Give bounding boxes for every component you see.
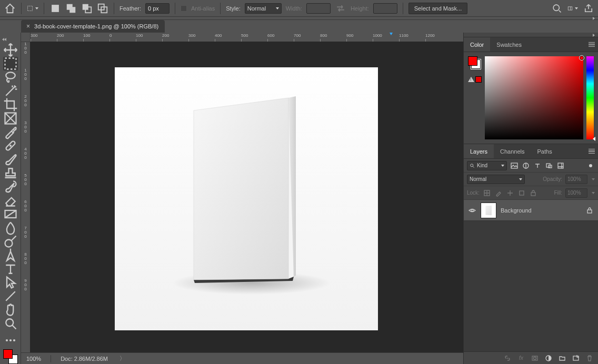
magic-wand-tool[interactable] (3, 84, 18, 98)
layer-item[interactable]: Background (464, 200, 598, 221)
layer-visibility-toggle[interactable] (468, 206, 476, 215)
selection-intersect-button[interactable] (97, 3, 108, 14)
tab-swatches-label: Swatches (496, 42, 522, 48)
tab-close-button[interactable]: × (26, 23, 30, 30)
blur-tool[interactable] (3, 221, 18, 235)
filter-type-icon[interactable] (533, 161, 542, 170)
type-tool[interactable] (3, 262, 18, 276)
doc-info[interactable]: Doc: 2.86M/2.86M (61, 356, 108, 362)
color-panel-menu[interactable] (585, 37, 598, 52)
selection-subtract-button[interactable] (81, 3, 93, 14)
closest-color-swatch[interactable] (475, 76, 482, 83)
color-swatches[interactable] (3, 349, 18, 364)
brush-small-icon (495, 189, 502, 197)
svg-rect-9 (568, 6, 572, 9)
svg-point-17 (6, 319, 13, 326)
mask-icon (531, 355, 539, 362)
collapse-arrow[interactable] (2, 36, 6, 42)
layer-name[interactable]: Background (501, 207, 532, 214)
tab-paths[interactable]: Paths (531, 144, 559, 158)
blend-mode-select[interactable]: Normal (467, 175, 525, 184)
expand-arrow[interactable] (590, 17, 595, 20)
workspace-button[interactable] (567, 3, 578, 14)
ruler-corner[interactable] (21, 33, 31, 42)
ruler-h-tick: 0 (109, 33, 112, 42)
healing-tool[interactable] (3, 139, 18, 153)
brush-tool[interactable] (3, 153, 18, 166)
hue-marker[interactable] (593, 137, 595, 141)
frame-tool[interactable] (3, 112, 18, 125)
marquee-tool[interactable] (3, 57, 18, 70)
selection-add-button[interactable] (65, 3, 77, 14)
circle-half-icon (545, 355, 552, 362)
panel-foreground-color[interactable] (468, 56, 477, 66)
edit-toolbar-button[interactable] (3, 333, 18, 347)
path-select-tool[interactable] (3, 276, 18, 289)
line-tool[interactable] (3, 289, 18, 303)
stamp-tool[interactable] (3, 166, 18, 180)
viewport[interactable] (31, 42, 463, 352)
style-select[interactable]: Normal (245, 3, 282, 14)
ruler-h-tick: 1100 (399, 33, 408, 42)
selection-new-button[interactable] (49, 3, 61, 14)
feather-input[interactable] (145, 3, 170, 14)
width-label: Width: (286, 5, 302, 12)
layer-lock-indicator[interactable] (585, 206, 594, 215)
filter-shape-icon[interactable] (545, 161, 553, 170)
select-and-mask-button[interactable]: Select and Mask... (408, 3, 468, 14)
ruler-horizontal[interactable]: 3002001000100200300400500600700800900100… (21, 33, 463, 42)
color-field[interactable] (485, 56, 583, 139)
layer-thumbnail[interactable] (481, 203, 496, 218)
move-small-icon (506, 189, 514, 197)
gradient-tool[interactable] (3, 207, 18, 221)
hand-tool[interactable] (3, 303, 18, 317)
ruler-h-tick: 200 (162, 33, 169, 42)
filter-smart-icon[interactable] (556, 161, 565, 170)
filter-toggle[interactable] (586, 161, 595, 170)
tab-bar: × 3d-book-cover-template-1.png @ 100% (R… (0, 20, 598, 33)
swap-wh-button (335, 3, 346, 14)
lasso-tool[interactable] (3, 70, 18, 84)
height-label: Height: (351, 5, 369, 12)
marquee-preset-button[interactable] (27, 3, 38, 14)
adjustment-button[interactable] (544, 354, 553, 362)
tab-layers[interactable]: Layers (464, 144, 494, 158)
squares-subtract-icon (81, 3, 93, 14)
group-button[interactable] (558, 354, 566, 362)
layer-filter-kind[interactable]: Kind (467, 161, 507, 170)
dodge-tool[interactable] (3, 235, 18, 248)
move-tool[interactable] (3, 43, 18, 57)
fill-input (565, 188, 587, 198)
tab-color[interactable]: Color (464, 37, 490, 52)
zoom-tool[interactable] (3, 317, 18, 330)
eyedropper-tool[interactable] (3, 125, 18, 139)
shape-icon (545, 162, 553, 169)
layers-list[interactable]: Background (464, 200, 598, 351)
chevron-right-icon[interactable]: 〉 (119, 355, 125, 362)
ruler-h-tick: 700 (294, 33, 301, 42)
pen-tool[interactable] (3, 248, 18, 262)
ruler-vertical[interactable]: 100100200300400500600700800900 (21, 42, 31, 352)
home-button[interactable] (4, 3, 16, 14)
search-button[interactable] (552, 3, 562, 14)
crop-tool[interactable] (3, 98, 18, 112)
chevron-down-icon (501, 165, 504, 167)
panel-color-swatches[interactable] (468, 56, 481, 69)
zoom-level[interactable]: 100% (26, 356, 41, 362)
filter-pixel-icon[interactable] (510, 161, 519, 170)
gamut-warning[interactable] (468, 76, 482, 83)
hue-slider[interactable] (586, 56, 594, 139)
filter-adjust-icon[interactable] (522, 161, 530, 170)
tab-channels[interactable]: Channels (494, 144, 531, 158)
eraser-icon (3, 193, 18, 208)
layers-panel-menu[interactable] (585, 144, 598, 158)
new-layer-button[interactable] (572, 354, 580, 362)
ruler-v-tick: 200 (21, 95, 30, 107)
eraser-tool[interactable] (3, 194, 18, 207)
foreground-color[interactable] (3, 349, 13, 359)
document-tab[interactable]: × 3d-book-cover-template-1.png @ 100% (R… (21, 20, 165, 33)
color-cursor[interactable] (579, 55, 584, 60)
tab-swatches[interactable]: Swatches (490, 37, 528, 52)
share-button[interactable] (583, 3, 594, 14)
history-brush-tool[interactable] (3, 180, 18, 194)
